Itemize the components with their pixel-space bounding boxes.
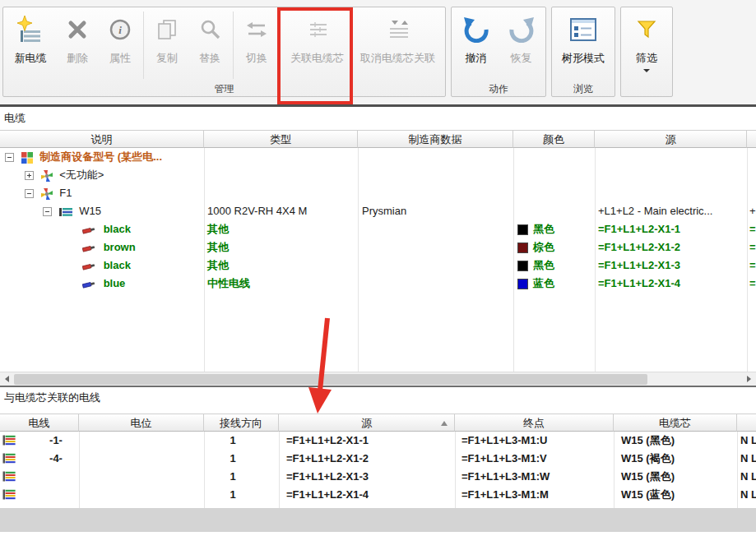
wire-end: =F1+L1+L3-M1:U — [461, 432, 547, 450]
replace-icon — [197, 11, 222, 49]
wire-end: =F1+L1+L3-M1:V — [461, 450, 547, 468]
no-function-label: <无功能> — [59, 169, 104, 181]
sort-ascending-icon — [441, 421, 448, 426]
ribbon-group-manage: 新电缆 删除 i 属性 — [2, 7, 446, 97]
horizontal-scrollbar[interactable] — [0, 372, 756, 386]
wire-core-row[interactable]: blue 中性电线 蓝色 =F1+L1+L2-X1-4 = — [0, 275, 756, 293]
expander-minus-icon[interactable] — [5, 153, 14, 162]
replace-button[interactable]: 替换 — [188, 8, 231, 82]
unlink-core-button[interactable]: 取消电缆芯关联 — [352, 8, 443, 82]
wire-icon — [82, 243, 96, 253]
wire-core-row[interactable]: black 其他 黑色 =F1+L1+L2-X1-1 = — [0, 220, 756, 238]
core-type: 其他 — [207, 238, 229, 256]
bottom-panel-strip — [0, 508, 756, 532]
column-header-cut[interactable] — [747, 130, 756, 148]
scroll-right-icon — [747, 376, 751, 382]
unlink-core-icon — [383, 11, 413, 49]
ribbon-group-browse: 树形模式 浏览 — [551, 7, 615, 97]
column-header-core[interactable]: 电缆芯 — [614, 414, 737, 432]
delete-icon — [65, 11, 90, 49]
column-header-end[interactable]: 终点 — [455, 414, 614, 432]
scroll-right-button[interactable] — [742, 372, 756, 386]
redo-label: 恢复 — [511, 51, 532, 66]
core-name: black — [104, 259, 131, 271]
filter-dropdown-arrow-icon[interactable] — [643, 69, 650, 72]
expander-minus-icon[interactable] — [25, 189, 34, 198]
column-header-type[interactable]: 类型 — [204, 130, 358, 148]
ribbon-group-label-filter — [621, 82, 672, 96]
wire-name — [33, 468, 79, 486]
function-icon — [41, 170, 53, 182]
tree-mode-label: 树形模式 — [562, 51, 605, 66]
wire-source: =F1+L1+L2-X1-2 — [286, 450, 369, 468]
cable-table-header: 说明 类型 制造商数据 颜色 源 — [0, 130, 756, 148]
annotation-arrow — [295, 315, 344, 418]
column-header-manufacturer[interactable]: 制造商数据 — [358, 130, 513, 148]
expander-plus-icon[interactable] — [25, 171, 34, 180]
scroll-left-button[interactable] — [0, 372, 14, 386]
column-header-cut[interactable] — [737, 414, 756, 432]
column-header-color[interactable]: 颜色 — [513, 130, 595, 148]
scroll-left-icon — [5, 376, 9, 382]
column-header-wire[interactable]: 电线 — [0, 414, 79, 432]
copy-button[interactable]: 复制 — [146, 8, 188, 82]
wire-direction: 1 — [204, 468, 262, 486]
switch-icon — [243, 11, 270, 49]
expander-minus-icon[interactable] — [43, 207, 52, 216]
wire-row[interactable]: 1 =F1+L1+L2-X1-3 =F1+L1+L3-M1:W W15 (黑色)… — [0, 468, 756, 486]
tree-mode-icon — [569, 11, 597, 49]
wire-row[interactable]: 1 =F1+L1+L2-X1-4 =F1+L1+L3-M1:M W15 (蓝色)… — [0, 486, 756, 504]
f1-label: F1 — [59, 187, 72, 199]
unlink-core-label: 取消电缆芯关联 — [360, 51, 435, 66]
wire-source-label: 源 — [361, 417, 372, 429]
undo-label: 撤消 — [466, 51, 487, 66]
tree-row-vendor[interactable]: 制造商设备型号 (某些电... — [0, 148, 756, 166]
wire-direction: 1 — [204, 450, 262, 468]
ribbon-group-actions-buttons: 撤消 恢复 — [452, 7, 545, 82]
cable-panel-title: 电缆 — [0, 107, 756, 130]
cable-icon — [59, 207, 72, 217]
core-source: =F1+L1+L2-X1-3 — [598, 256, 680, 275]
copy-label: 复制 — [156, 51, 178, 66]
new-cable-icon — [16, 11, 45, 49]
tree-row-f1[interactable]: F1 — [0, 184, 756, 202]
properties-icon: i — [108, 11, 132, 49]
column-header-direction[interactable]: 接线方向 — [204, 414, 279, 432]
new-cable-button[interactable]: 新电缆 — [5, 8, 56, 82]
undo-icon — [462, 11, 490, 49]
wire-core: W15 (褐色) — [621, 450, 675, 468]
color-swatch — [517, 261, 528, 271]
filter-button[interactable]: 筛选 — [623, 8, 670, 82]
ribbon-group-actions: 撤消 恢复 动作 — [451, 7, 546, 97]
undo-button[interactable]: 撤消 — [453, 8, 499, 82]
tree-row-no-function[interactable]: <无功能> — [0, 166, 756, 184]
wire-row[interactable]: -4- 1 =F1+L1+L2-X1-2 =F1+L1+L3-M1:V W15 … — [0, 450, 756, 468]
svg-text:i: i — [118, 24, 122, 36]
wire-bundle-icon — [2, 453, 16, 464]
wire-core-row[interactable]: black 其他 黑色 =F1+L1+L2-X1-3 = — [0, 256, 756, 275]
column-header-potential[interactable]: 电位 — [79, 414, 204, 432]
tree-row-cable-w15[interactable]: W15 1000 R2V-RH 4X4 M Prysmian +L1+L2 - … — [0, 202, 756, 220]
wire-bundle-icon — [2, 489, 16, 500]
column-header-description[interactable]: 说明 — [0, 130, 204, 148]
wire-row[interactable]: -1- 1 =F1+L1+L2-X1-1 =F1+L1+L3-M1:U W15 … — [0, 432, 756, 450]
properties-label: 属性 — [109, 51, 131, 66]
vendor-label: 制造商设备型号 (某些电... — [39, 150, 162, 163]
column-header-source[interactable]: 源 — [595, 130, 747, 148]
core-extra: = — [749, 256, 756, 275]
color-swatch — [517, 224, 528, 235]
cable-type: 1000 R2V-RH 4X4 M — [207, 202, 307, 220]
properties-button[interactable]: i 属性 — [99, 8, 141, 82]
switch-button[interactable]: 切换 — [235, 8, 278, 82]
replace-label: 替换 — [199, 51, 220, 66]
ribbon-toolbar: 新电缆 删除 i 属性 — [0, 0, 756, 107]
wire-extra: N L — [740, 468, 756, 486]
wire-core-row[interactable]: brown 其他 棕色 =F1+L1+L2-X1-2 = — [0, 238, 756, 256]
tree-mode-button[interactable]: 树形模式 — [554, 8, 613, 82]
wire-source: =F1+L1+L2-X1-4 — [286, 486, 369, 504]
core-extra: = — [749, 238, 756, 256]
redo-button[interactable]: 恢复 — [499, 8, 544, 82]
ribbon-group-filter: 筛选 — [620, 7, 673, 97]
delete-button[interactable]: 删除 — [56, 8, 99, 82]
wire-extra: N L — [740, 432, 756, 450]
